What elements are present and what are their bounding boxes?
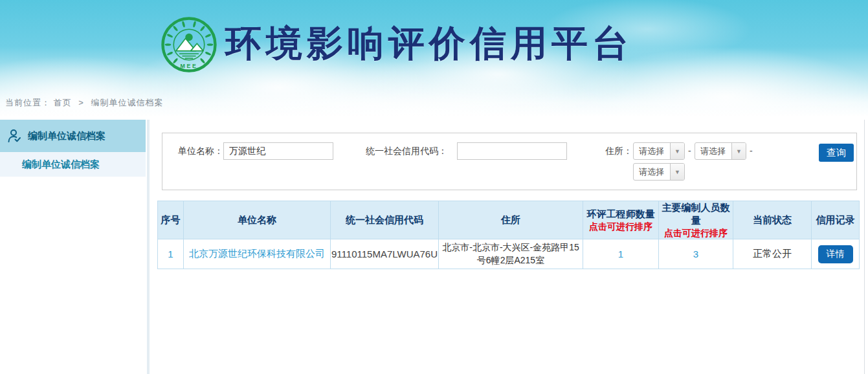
sort-hint: 点击可进行排序 bbox=[583, 221, 658, 232]
detail-button[interactable]: 详情 bbox=[818, 245, 853, 263]
address-separator: - bbox=[688, 146, 691, 156]
engineer-count-link[interactable]: 1 bbox=[618, 248, 623, 259]
unit-name-input[interactable] bbox=[223, 142, 333, 160]
sidebar-section-archive[interactable]: 编制单位诚信档案 bbox=[0, 120, 146, 152]
status-value: 正常公开 bbox=[733, 239, 812, 269]
site-header: MEE 环境影响评价信用平台 当前位置： 首页 > 编制单位诚信档案 bbox=[0, 0, 868, 116]
address-value: 北京市-北京市-大兴区-金苑路甲15号6幢2层A215室 bbox=[439, 239, 583, 269]
sidebar-divider bbox=[147, 120, 150, 374]
mee-logo-icon: MEE bbox=[161, 16, 217, 73]
staff-count-link[interactable]: 3 bbox=[693, 248, 698, 259]
credit-code-value: 91110115MA7LWUA76U bbox=[331, 239, 439, 269]
page-title: 环境影响评价信用平台 bbox=[225, 19, 633, 69]
breadcrumb: 当前位置： 首页 > 编制单位诚信档案 bbox=[5, 97, 163, 109]
col-header-credit-code: 统一社会信用代码 bbox=[331, 201, 439, 239]
sidebar-section-label: 编制单位诚信档案 bbox=[28, 130, 106, 142]
table-header-row: 序号 单位名称 统一社会信用代码 住所 环评工程师数量 点击可进行排序 主要编制… bbox=[158, 201, 860, 239]
sort-hint: 点击可进行排序 bbox=[659, 227, 733, 239]
query-button[interactable]: 查询 bbox=[819, 144, 854, 162]
province-select-value: 请选择 bbox=[634, 146, 670, 157]
sidebar: 编制单位诚信档案 编制单位诚信档案 bbox=[0, 120, 146, 374]
company-name-link[interactable]: 北京万源世纪环保科技有限公司 bbox=[189, 248, 325, 259]
address-separator: - bbox=[750, 146, 753, 156]
chevron-down-icon[interactable]: ▼ bbox=[670, 143, 684, 159]
breadcrumb-separator: > bbox=[78, 98, 84, 107]
city-select[interactable]: 请选择 ▼ bbox=[695, 142, 746, 160]
col-header-company: 单位名称 bbox=[184, 201, 331, 239]
city-select-value: 请选择 bbox=[695, 146, 731, 157]
district-select-value: 请选择 bbox=[634, 166, 670, 178]
breadcrumb-current: 编制单位诚信档案 bbox=[91, 98, 163, 107]
user-check-icon bbox=[6, 128, 22, 144]
breadcrumb-prefix: 当前位置： bbox=[5, 98, 50, 107]
results-table: 序号 单位名称 统一社会信用代码 住所 环评工程师数量 点击可进行排序 主要编制… bbox=[157, 201, 859, 269]
province-select[interactable]: 请选择 ▼ bbox=[633, 142, 685, 160]
unit-name-label: 单位名称： bbox=[178, 142, 223, 160]
col-header-credit-record: 信用记录 bbox=[812, 201, 860, 239]
col-header-engineer-count-label: 环评工程师数量 bbox=[583, 208, 658, 221]
sidebar-item-archive[interactable]: 编制单位诚信档案 bbox=[0, 152, 146, 177]
credit-code-label: 统一社会信用代码： bbox=[366, 142, 447, 160]
credit-code-input[interactable] bbox=[457, 142, 567, 160]
address-label: 住所： bbox=[605, 142, 632, 160]
chevron-down-icon[interactable]: ▼ bbox=[670, 164, 684, 180]
col-header-index: 序号 bbox=[158, 201, 184, 239]
chevron-down-icon[interactable]: ▼ bbox=[731, 143, 746, 159]
row-index: 1 bbox=[158, 239, 184, 269]
col-header-status: 当前状态 bbox=[733, 201, 812, 239]
content-right-border bbox=[864, 120, 865, 374]
table-row: 1 北京万源世纪环保科技有限公司 91110115MA7LWUA76U 北京市-… bbox=[158, 239, 860, 269]
sidebar-item-label: 编制单位诚信档案 bbox=[22, 159, 100, 170]
col-header-address: 住所 bbox=[439, 201, 583, 239]
col-header-staff-count-sort[interactable]: 主要编制人员数量 点击可进行排序 bbox=[659, 201, 733, 239]
breadcrumb-home-link[interactable]: 首页 bbox=[54, 98, 72, 107]
col-header-staff-count-label: 主要编制人员数量 bbox=[659, 201, 733, 226]
search-panel: 单位名称： 统一社会信用代码： 住所： 请选择 ▼ - 请选择 ▼ - 请选择 … bbox=[162, 133, 857, 190]
svg-text:MEE: MEE bbox=[181, 63, 198, 69]
col-header-engineer-count-sort[interactable]: 环评工程师数量 点击可进行排序 bbox=[583, 201, 659, 239]
district-select[interactable]: 请选择 ▼ bbox=[633, 163, 685, 181]
